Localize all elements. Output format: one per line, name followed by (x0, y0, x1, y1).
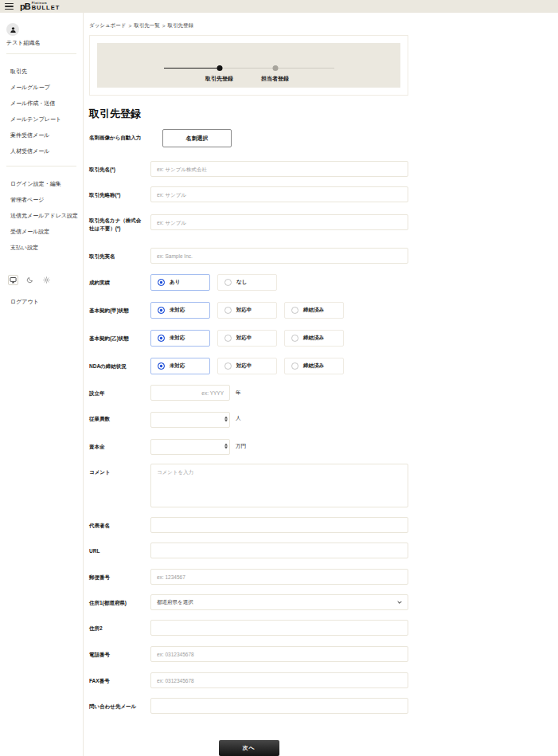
partner-name-input[interactable] (150, 161, 408, 177)
deal-record-option-1[interactable]: あり (150, 274, 210, 291)
address2-input[interactable] (150, 620, 408, 636)
radio-label: 締結済み (303, 307, 324, 314)
sidebar-item-inbox-settings[interactable]: 受信メール設定 (0, 224, 83, 240)
app-logo[interactable]: pB Platinum BULLET (20, 2, 60, 11)
row-partner-kana: 取引先名カナ（株式会社は不要）(*) (89, 212, 408, 233)
row-nda: NDAの締結状況 未対応 対応中 締結済み (89, 358, 408, 374)
sidebar-item-talent-inbox[interactable]: 人材受信メール (0, 143, 83, 159)
sidebar-item-sender-address[interactable]: 送信元メールアドレス設定 (0, 208, 83, 224)
stepper-track-done (164, 68, 220, 69)
partner-abbr-input[interactable] (150, 186, 408, 202)
stepper-card: 取引先登録 担当者登録 (89, 35, 408, 96)
employees-input[interactable] (150, 412, 230, 428)
capital-input[interactable] (150, 439, 230, 455)
breadcrumb: ダッシュボード > 取引先一覧 > 取引先登録 (89, 22, 558, 29)
row-employees: 従業員数 人 (89, 410, 408, 428)
nda-radio-group: 未対応 対応中 締結済み (150, 358, 344, 374)
step-dot-inactive (272, 65, 278, 71)
nda-option-2[interactable]: 対応中 (217, 358, 277, 374)
row-phone: 電話番号 (89, 646, 408, 662)
radio-label: 未対応 (170, 362, 185, 370)
select-business-card-button[interactable]: 名刺選択 (162, 129, 232, 147)
sidebar-item-admin-page[interactable]: 管理者ページ (0, 192, 83, 208)
contract-kou-option-3[interactable]: 締結済み (284, 302, 344, 319)
radio-label: 対応中 (236, 335, 252, 342)
breadcrumb-partner-list[interactable]: 取引先一覧 (134, 22, 160, 29)
nav-primary: 取引先 メールグループ メール作成・送信 メールテンプレート 案件受信メール 人… (0, 64, 83, 159)
phone-input[interactable] (150, 646, 408, 662)
page-title: 取引先登録 (89, 107, 558, 121)
radio-icon (291, 335, 299, 342)
row-comment: コメント (89, 464, 408, 507)
sidebar-item-login-settings[interactable]: ログイン設定・編集 (0, 176, 83, 192)
contact-email-input[interactable] (150, 698, 408, 714)
sidebar: テスト組織名 取引先 メールグループ メール作成・送信 メールテンプレート 案件… (0, 13, 84, 756)
contract-otsu-option-3[interactable]: 締結済み (284, 330, 344, 347)
row-partner-en: 取引先英名 (89, 248, 408, 264)
next-button[interactable]: 次へ (219, 740, 279, 756)
sidebar-item-mail-groups[interactable]: メールグループ (0, 80, 83, 96)
radio-icon (224, 279, 232, 286)
contract-kou-option-1[interactable]: 未対応 (150, 302, 210, 319)
radio-icon (158, 279, 165, 286)
field-label: 住所1(都道府県) (89, 594, 150, 610)
deal-record-option-2[interactable]: なし (217, 274, 277, 291)
prefecture-select[interactable]: 都道府県を選択 (150, 594, 408, 610)
founded-year-input[interactable] (150, 385, 230, 401)
fax-input[interactable] (150, 672, 408, 688)
logo-mark: pB (20, 2, 30, 11)
field-label: 住所2 (89, 620, 150, 636)
contract-otsu-option-2[interactable]: 対応中 (217, 330, 277, 347)
field-label: 代表者名 (89, 517, 150, 533)
row-deal-record: 成約実績 あり なし (89, 274, 408, 291)
number-stepper-icon[interactable] (224, 416, 228, 421)
row-contract-kou: 基本契約(甲)状態 未対応 対応中 締結済み (89, 302, 408, 319)
row-founded-year: 設立年 年 (89, 385, 408, 401)
sidebar-item-mail-templates[interactable]: メールテンプレート (0, 112, 83, 127)
nda-option-3[interactable]: 締結済み (284, 358, 344, 374)
nav-secondary: ログイン設定・編集 管理者ページ 送信元メールアドレス設定 受信メール設定 支払… (0, 176, 83, 256)
field-label: 基本契約(乙)状態 (89, 330, 150, 347)
comment-textarea[interactable] (150, 464, 408, 507)
sidebar-item-payment-settings[interactable]: 支払い設定 (0, 240, 83, 256)
breadcrumb-dashboard[interactable]: ダッシュボード (89, 22, 126, 29)
radio-label: 未対応 (170, 335, 185, 342)
logo-title: BULLET (32, 5, 60, 11)
row-url: URL (89, 543, 408, 558)
number-stepper-icon[interactable] (224, 444, 228, 449)
select-value: 都道府県を選択 (157, 599, 193, 606)
radio-icon (158, 307, 165, 314)
contract-kou-option-2[interactable]: 対応中 (217, 302, 277, 319)
unit-label: 年 (236, 390, 241, 397)
sidebar-item-project-inbox[interactable]: 案件受信メール (0, 127, 83, 143)
stepper-background: 取引先登録 担当者登録 (97, 43, 400, 88)
partner-kana-input[interactable] (150, 214, 408, 230)
representative-input[interactable] (150, 517, 408, 533)
sidebar-item-mail-compose[interactable]: メール作成・送信 (0, 96, 83, 112)
logout-button[interactable]: ログアウト (10, 298, 83, 306)
moon-icon[interactable] (25, 275, 35, 285)
field-label: 成約実績 (89, 274, 150, 291)
row-contract-otsu: 基本契約(乙)状態 未対応 対応中 締結済み (89, 330, 408, 347)
row-partner-name: 取引先名(*) (89, 161, 408, 177)
field-label: 設立年 (89, 385, 150, 401)
sidebar-item-partners[interactable]: 取引先 (0, 64, 83, 80)
step-dot-active (217, 65, 222, 71)
menu-icon[interactable] (5, 3, 14, 10)
field-label: 取引先名(*) (89, 161, 150, 177)
deal-record-radio-group: あり なし (150, 274, 277, 291)
sun-icon[interactable] (41, 275, 52, 285)
contract-otsu-option-1[interactable]: 未対応 (150, 330, 210, 347)
contract-otsu-radio-group: 未対応 対応中 締結済み (150, 330, 344, 347)
postal-code-input[interactable] (150, 569, 408, 585)
radio-label: あり (170, 279, 180, 286)
row-business-card: 名刺画像から自動入力 名刺選択 (89, 129, 408, 147)
url-input[interactable] (150, 543, 408, 558)
org-name: テスト組織名 (6, 39, 83, 47)
partner-en-input[interactable] (150, 248, 408, 264)
breadcrumb-partner-register: 取引先登録 (168, 22, 194, 29)
row-address2: 住所2 (89, 620, 408, 636)
monitor-icon[interactable] (8, 275, 18, 285)
row-partner-abbr: 取引先略称(*) (89, 186, 408, 202)
nda-option-1[interactable]: 未対応 (150, 358, 210, 374)
